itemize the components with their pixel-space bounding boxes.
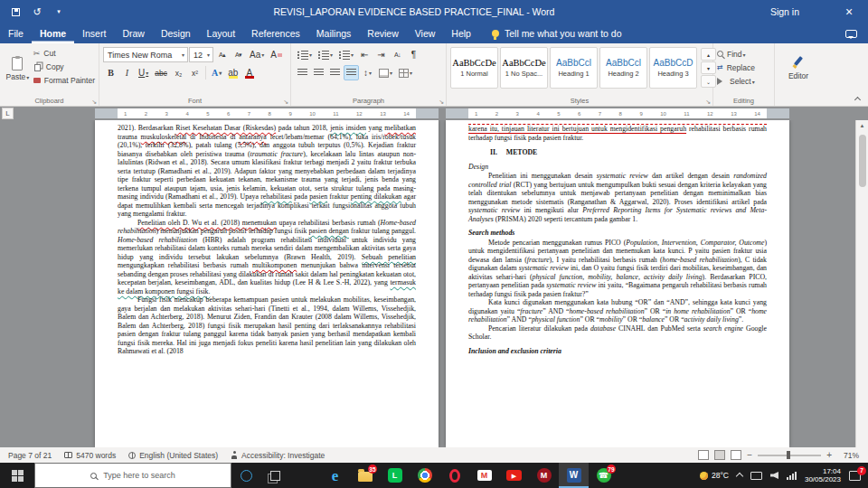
tab-view[interactable]: View <box>407 23 444 43</box>
tab-stop-selector[interactable]: L <box>2 108 14 119</box>
comment-icon[interactable] <box>845 30 857 38</box>
superscript-button[interactable]: x² <box>187 65 203 80</box>
align-center-button[interactable] <box>311 65 326 80</box>
network-icon[interactable] <box>787 472 797 480</box>
customize-quick-access-icon[interactable]: ▾ <box>52 5 65 18</box>
taskbar-file-explorer-icon[interactable]: 35 <box>350 463 380 488</box>
font-color-button[interactable]: A <box>241 65 257 80</box>
tab-file[interactable]: File <box>0 23 32 43</box>
tab-mailings[interactable]: Mailings <box>308 23 360 43</box>
taskbar-chrome-icon[interactable] <box>410 463 439 488</box>
bold-button[interactable]: B <box>103 65 118 80</box>
show-paragraph-marks-button[interactable]: ¶ <box>406 47 421 62</box>
numbering-button[interactable] <box>316 47 335 62</box>
editor-button[interactable]: Editor <box>778 47 818 90</box>
select-button[interactable]: Select <box>717 74 770 88</box>
document-page-right[interactable]: karena itu, tinjauan literatur ini bertu… <box>446 120 789 447</box>
taskbar-line-icon[interactable]: L <box>380 463 410 488</box>
replace-button[interactable]: ⇄Replace <box>717 61 770 74</box>
style-heading-2[interactable]: AaBbCclHeading 2 <box>599 47 647 89</box>
shading-button[interactable] <box>376 65 395 80</box>
taskbar-gmail-icon[interactable]: M <box>469 463 499 488</box>
start-button[interactable] <box>0 463 34 488</box>
style-heading-1[interactable]: AaBbCclHeading 1 <box>550 47 598 89</box>
tab-design[interactable]: Design <box>153 23 199 43</box>
task-view-button[interactable] <box>260 463 289 488</box>
style-1-no-spac-[interactable]: AaBbCcDe1 No Spac... <box>500 47 548 89</box>
accessibility-status[interactable]: Accessibility: Investigate <box>224 447 331 463</box>
save-icon[interactable] <box>9 5 22 18</box>
italic-button[interactable]: I <box>119 65 135 80</box>
format-painter-button[interactable]: Format Painter <box>33 74 95 87</box>
tell-me-box[interactable]: Tell me what you want to do <box>492 28 622 39</box>
taskbar-mendeley-icon[interactable]: M <box>529 463 559 488</box>
vertical-scrollbar[interactable]: ▲ <box>855 120 868 447</box>
tab-references[interactable]: References <box>243 23 308 43</box>
tab-home[interactable]: Home <box>32 23 74 43</box>
print-layout-button[interactable] <box>714 450 725 460</box>
taskbar-search[interactable]: Type here to search <box>34 463 231 488</box>
font-name-combobox[interactable]: Times New Roma▾ <box>103 47 188 62</box>
font-size-combobox[interactable]: 12▾ <box>189 47 213 62</box>
word-count[interactable]: 5470 words <box>58 447 122 463</box>
shrink-font-button[interactable]: A▾ <box>231 47 246 62</box>
zoom-level[interactable]: 71% <box>837 451 859 460</box>
grow-font-button[interactable]: A▴ <box>214 47 230 62</box>
read-mode-button[interactable] <box>698 450 709 460</box>
zoom-slider-thumb[interactable] <box>787 451 790 459</box>
scrollbar-thumb[interactable] <box>859 135 866 187</box>
clear-formatting-button[interactable]: A <box>268 47 285 62</box>
find-button[interactable]: Find <box>717 47 770 61</box>
style-1-normal[interactable]: AaBbCcDe1 Normal <box>450 47 498 89</box>
align-right-button[interactable] <box>327 65 343 80</box>
tab-layout[interactable]: Layout <box>199 23 244 43</box>
line-spacing-button[interactable]: ↕ <box>360 65 375 80</box>
style-heading-3[interactable]: AaBbCcDHeading 3 <box>649 47 697 89</box>
subscript-button[interactable]: x₂ <box>171 65 186 80</box>
page-count[interactable]: Page 7 of 21 <box>2 447 58 463</box>
tab-help[interactable]: Help <box>443 23 479 43</box>
undo-icon[interactable]: ↺ <box>31 5 43 18</box>
text-effects-button[interactable]: A <box>209 65 224 80</box>
action-center-icon[interactable]: 7 <box>849 471 861 481</box>
ruler-right-page[interactable]: 1234567891011121314 <box>446 108 789 118</box>
clipboard-dialog-launcher[interactable]: ↘ <box>91 99 97 105</box>
taskbar-edge-icon[interactable]: e <box>320 463 350 488</box>
justify-button[interactable] <box>344 65 359 80</box>
touch-keyboard-icon[interactable] <box>750 472 762 480</box>
tab-draw[interactable]: Draw <box>114 23 153 43</box>
clock[interactable]: 17:04 30/05/2023 <box>805 467 841 484</box>
align-left-button[interactable] <box>295 65 310 80</box>
bullets-button[interactable] <box>295 47 315 62</box>
tab-review[interactable]: Review <box>359 23 406 43</box>
tab-insert[interactable]: Insert <box>74 23 114 43</box>
decrease-indent-button[interactable]: ⇤ <box>357 47 373 62</box>
font-dialog-launcher[interactable]: ↘ <box>283 99 288 105</box>
increase-indent-button[interactable]: ⇥ <box>373 47 389 62</box>
hidden-icons-chevron[interactable] <box>736 473 743 480</box>
scrollbar-up-arrow[interactable]: ▲ <box>860 120 865 131</box>
change-case-button[interactable]: Aa <box>247 47 267 62</box>
zoom-out-button[interactable]: − <box>747 450 752 460</box>
speaker-icon[interactable] <box>770 472 778 479</box>
document-page-left[interactable]: 2021). Berdasarkan Riset Kesehatan Dasar… <box>95 120 439 447</box>
styles-dialog-launcher[interactable]: ↘ <box>705 99 711 105</box>
borders-button[interactable] <box>396 65 415 80</box>
taskbar-opera-icon[interactable] <box>439 463 469 488</box>
paste-button[interactable]: Paste <box>4 47 32 90</box>
cut-button[interactable]: Cut <box>33 47 95 60</box>
underline-button[interactable]: U <box>136 65 151 80</box>
strikethrough-button[interactable]: abc <box>152 65 170 80</box>
sort-button[interactable]: A↓ <box>390 47 405 62</box>
web-layout-button[interactable] <box>731 450 741 460</box>
paragraph-dialog-launcher[interactable]: ↘ <box>439 99 444 105</box>
highlight-color-button[interactable]: ab <box>225 65 241 80</box>
copy-button[interactable]: Copy <box>33 61 95 73</box>
taskbar-whatsapp-icon[interactable]: ☎79 <box>589 463 618 488</box>
zoom-slider[interactable] <box>758 455 821 456</box>
cortana-button[interactable] <box>231 463 260 488</box>
language-status[interactable]: English (United States) <box>122 447 224 463</box>
close-button[interactable]: × <box>830 0 868 23</box>
multilevel-list-button[interactable] <box>336 47 356 62</box>
collapse-ribbon-button[interactable] <box>851 94 863 103</box>
